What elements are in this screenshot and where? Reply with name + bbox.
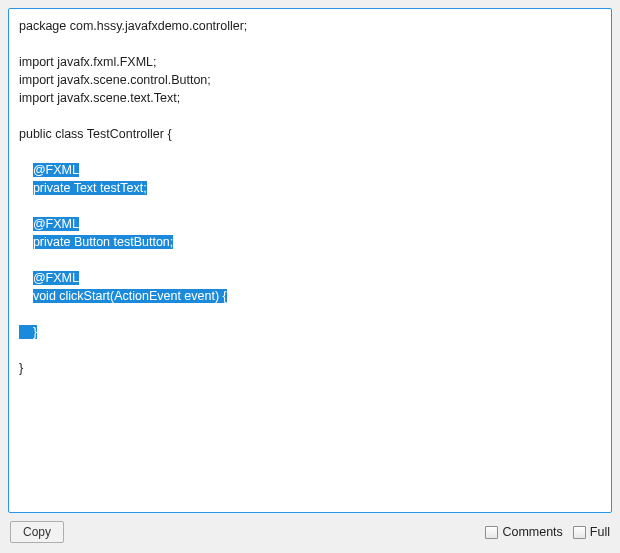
- code-line: import javafx.fxml.FXML;: [19, 55, 157, 69]
- code-selected: @FXML: [33, 271, 79, 285]
- code-indent: [19, 271, 33, 285]
- code-selected: [19, 325, 33, 339]
- code-indent: [19, 289, 33, 303]
- code-selected: @FXML: [33, 217, 79, 231]
- code-selected: private Button testButton;: [33, 235, 173, 249]
- copy-button[interactable]: Copy: [10, 521, 64, 543]
- code-line: import javafx.scene.text.Text;: [19, 91, 180, 105]
- code-selected: }: [33, 325, 37, 339]
- code-indent: [19, 217, 33, 231]
- code-indent: [19, 163, 33, 177]
- footer-bar: Copy Comments Full: [8, 513, 612, 547]
- code-line: }: [19, 361, 23, 375]
- code-indent: [19, 235, 33, 249]
- code-line: import javafx.scene.control.Button;: [19, 73, 211, 87]
- comments-checkbox[interactable]: Comments: [485, 525, 562, 539]
- full-checkbox[interactable]: Full: [573, 525, 610, 539]
- code-indent: [19, 181, 33, 195]
- code-selected: private Text testText;: [33, 181, 147, 195]
- comments-label: Comments: [502, 525, 562, 539]
- code-selected: void clickStart(ActionEvent event) {: [33, 289, 227, 303]
- code-output-area[interactable]: package com.hssy.javafxdemo.controller; …: [8, 8, 612, 513]
- code-line: package com.hssy.javafxdemo.controller;: [19, 19, 247, 33]
- code-selected: @FXML: [33, 163, 79, 177]
- checkbox-icon: [573, 526, 586, 539]
- code-line: public class TestController {: [19, 127, 172, 141]
- window: package com.hssy.javafxdemo.controller; …: [0, 0, 620, 553]
- full-label: Full: [590, 525, 610, 539]
- checkbox-icon: [485, 526, 498, 539]
